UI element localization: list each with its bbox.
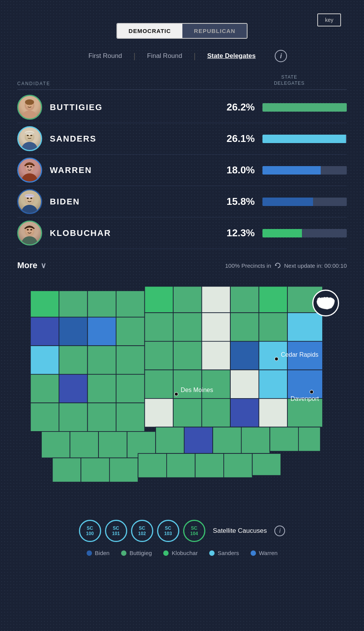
svg-rect-49 (59, 346, 88, 374)
svg-rect-89 (81, 458, 110, 482)
svg-rect-69 (59, 403, 88, 432)
svg-rect-82 (156, 427, 184, 454)
satellite-section: SC 100 SC 101 SC 102 SC 103 SC 104 Satel… (17, 520, 347, 542)
svg-rect-40 (87, 317, 116, 346)
table-row: SANDERS 26.1% (17, 123, 347, 155)
satellite-info-icon[interactable]: i (274, 526, 285, 536)
usa-icon-button[interactable] (312, 290, 339, 316)
legend-item-biden: Biden (87, 550, 110, 556)
svg-text:Davenport: Davenport (290, 395, 319, 402)
satellite-label: Satellite Caucuses (213, 527, 267, 535)
satellite-badge-104[interactable]: SC 104 (183, 520, 205, 542)
svg-rect-60 (87, 374, 116, 403)
svg-rect-92 (167, 453, 195, 478)
precincts-info: 100% Precincts in Next update in: 00:00:… (225, 262, 347, 269)
satellite-badge-101[interactable]: SC 101 (105, 520, 127, 542)
svg-rect-90 (110, 458, 138, 482)
svg-rect-80 (98, 432, 127, 458)
table-row: WARREN 18.0% (17, 155, 347, 186)
svg-point-13 (22, 173, 37, 183)
map-container: Cedar Rapids Des Moines Davenport (17, 282, 347, 512)
svg-rect-95 (252, 453, 281, 475)
round-tabs: First Round | Final Round | State Delega… (0, 48, 364, 64)
svg-point-26 (27, 229, 29, 231)
tab-first-round[interactable]: First Round (77, 48, 134, 64)
svg-rect-71 (116, 403, 145, 432)
republican-button[interactable]: REPUBLICAN (182, 24, 247, 38)
svg-rect-28 (30, 291, 59, 317)
legend-label-buttigieg: Buttigieg (130, 550, 152, 556)
candidate-pct: 18.0% (213, 164, 255, 176)
svg-point-100 (310, 390, 313, 394)
legend-item-sanders: Sanders (209, 550, 239, 556)
svg-rect-86 (270, 427, 298, 451)
table-row: KLOBUCHAR 12.3% (17, 217, 347, 249)
more-label: More (17, 260, 38, 270)
svg-point-7 (22, 142, 37, 151)
svg-rect-47 (287, 313, 323, 341)
svg-rect-75 (230, 399, 259, 427)
svg-rect-52 (145, 341, 174, 370)
svg-rect-58 (30, 374, 59, 403)
svg-point-96 (275, 357, 278, 361)
svg-rect-61 (116, 374, 145, 403)
svg-point-15 (27, 166, 29, 168)
results-table: CANDIDATE STATE DELEGATES BUTTIGIEG 26.2… (17, 71, 347, 249)
svg-rect-55 (230, 341, 259, 370)
svg-rect-59 (59, 374, 88, 403)
svg-rect-42 (145, 313, 174, 341)
legend-item-warren: Warren (251, 550, 278, 556)
svg-text:Cedar Rapids: Cedar Rapids (281, 351, 318, 358)
more-section: More ∨ 100% Precincts in Next update in:… (17, 257, 347, 274)
table-header: CANDIDATE STATE DELEGATES (17, 71, 347, 90)
satellite-badge-100[interactable]: SC 100 (79, 520, 101, 542)
map-section: Cedar Rapids Des Moines Davenport (17, 282, 347, 512)
legend-label-klobuchar: Klobuchar (172, 550, 198, 556)
svg-rect-73 (173, 399, 202, 427)
col-delegates-header: STATE DELEGATES (232, 74, 347, 86)
svg-text:Des Moines: Des Moines (181, 386, 213, 393)
svg-rect-35 (230, 287, 259, 313)
svg-rect-77 (287, 399, 323, 427)
progress-bar-fill (262, 103, 347, 112)
avatar (17, 95, 42, 120)
svg-point-1 (22, 110, 37, 120)
svg-rect-76 (259, 399, 288, 427)
progress-bar-container (262, 229, 347, 237)
col-candidate-header: CANDIDATE (17, 81, 232, 86)
satellite-badge-103[interactable]: SC 103 (157, 520, 179, 542)
svg-rect-45 (230, 313, 259, 341)
legend-dot-warren (251, 550, 256, 556)
svg-rect-70 (87, 403, 116, 432)
svg-rect-66 (259, 370, 288, 399)
svg-rect-68 (30, 403, 59, 432)
progress-bar-fill (262, 166, 321, 175)
candidate-name: KLOBUCHAR (50, 228, 213, 238)
party-toggle[interactable]: DEMOCRATIC REPUBLICAN (116, 23, 248, 39)
svg-rect-38 (30, 317, 59, 346)
svg-point-24 (22, 236, 37, 245)
candidate-pct: 26.2% (213, 101, 255, 113)
legend-item-buttigieg: Buttigieg (121, 550, 152, 556)
svg-rect-43 (173, 313, 202, 341)
svg-rect-31 (116, 291, 145, 317)
tab-final-round[interactable]: Final Round (136, 48, 194, 64)
avatar (17, 158, 42, 183)
svg-rect-83 (184, 427, 213, 454)
svg-rect-30 (87, 291, 116, 317)
svg-rect-32 (145, 287, 174, 313)
svg-rect-91 (138, 453, 167, 478)
svg-rect-34 (202, 287, 231, 313)
key-button[interactable]: key (317, 13, 341, 26)
more-button[interactable]: More ∨ (17, 260, 46, 270)
progress-bar-fill (262, 198, 313, 206)
svg-rect-51 (116, 346, 145, 374)
tab-state-delegates[interactable]: State Delegates (196, 48, 267, 64)
democratic-button[interactable]: DEMOCRATIC (117, 24, 183, 38)
svg-rect-46 (259, 313, 288, 341)
satellite-badge-102[interactable]: SC 102 (131, 520, 153, 542)
candidate-name: BIDEN (50, 197, 213, 207)
info-icon[interactable]: i (275, 50, 287, 62)
svg-rect-62 (145, 370, 174, 399)
svg-rect-84 (213, 427, 241, 454)
